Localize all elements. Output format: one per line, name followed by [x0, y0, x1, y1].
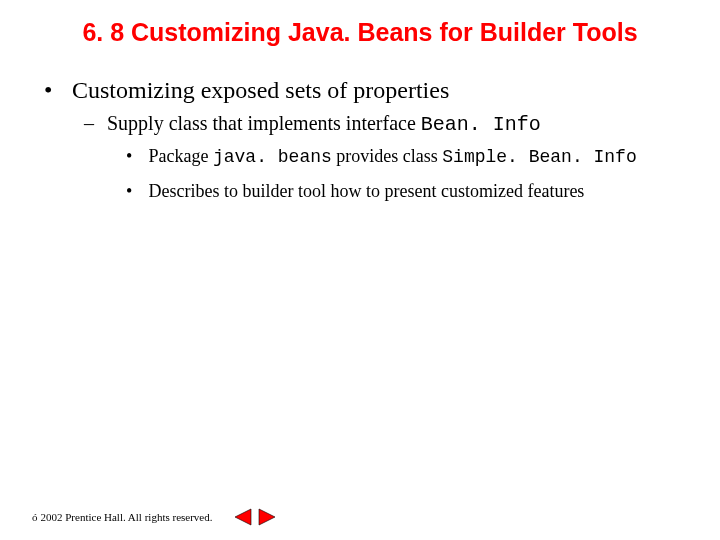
bullet-l3a-mid: provides class [332, 146, 442, 166]
bullet-l3a-code2: Simple. Bean. Info [442, 147, 636, 167]
bullet-l1-text: Customizing exposed sets of properties [72, 77, 449, 103]
copyright-text: 2002 Prentice Hall. All rights reserved. [41, 511, 213, 523]
bullet-l3b-text: Describes to builder tool how to present… [149, 181, 585, 201]
bullet-l3a-code1: java. beans [213, 147, 332, 167]
bullet-level-3: Package java. beans provides class Simpl… [126, 146, 680, 167]
svg-marker-0 [235, 509, 251, 525]
nav-buttons [233, 508, 277, 526]
slide: 6. 8 Customizing Java. Beans for Builder… [0, 0, 720, 540]
copyright-symbol: ó [32, 511, 38, 523]
bullet-level-2: Supply class that implements interface B… [84, 112, 680, 136]
slide-title: 6. 8 Customizing Java. Beans for Builder… [70, 18, 650, 47]
nav-prev-icon[interactable] [233, 508, 253, 526]
copyright: ó 2002 Prentice Hall. All rights reserve… [32, 511, 213, 523]
svg-marker-1 [259, 509, 275, 525]
footer: ó 2002 Prentice Hall. All rights reserve… [32, 508, 277, 526]
nav-next-icon[interactable] [257, 508, 277, 526]
bullet-level-1: Customizing exposed sets of properties [44, 77, 680, 104]
bullet-l3a-pre: Package [149, 146, 213, 166]
bullet-l2-text: Supply class that implements interface [107, 112, 421, 134]
bullet-l2-code: Bean. Info [421, 113, 541, 136]
bullet-level-3: Describes to builder tool how to present… [126, 181, 680, 202]
